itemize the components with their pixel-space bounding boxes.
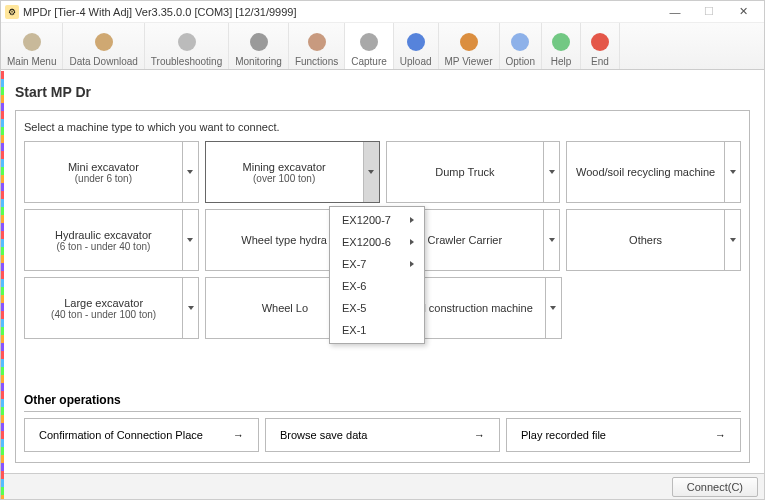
toolbar-label: Upload xyxy=(400,56,432,67)
toolbar-label: Option xyxy=(506,56,535,67)
troubleshooting-icon xyxy=(174,29,200,55)
toolbar-label: Functions xyxy=(295,56,338,67)
toolbar-help[interactable]: Help xyxy=(542,23,581,69)
app-icon: ⚙ xyxy=(5,5,19,19)
dropdown-item[interactable]: EX1200-6 xyxy=(330,231,424,253)
toolbar-label: Monitoring xyxy=(235,56,282,67)
svg-point-4 xyxy=(308,33,326,51)
machine-tile-label: Hydraulic excavator(6 ton - under 40 ton… xyxy=(25,210,182,270)
machine-tile-dropdown[interactable] xyxy=(363,142,379,202)
chevron-down-icon xyxy=(187,170,193,174)
dropdown-item[interactable]: EX-6 xyxy=(330,275,424,297)
toolbar-end[interactable]: End xyxy=(581,23,620,69)
machine-tile[interactable]: Wood/soil recycling machine xyxy=(566,141,741,203)
chevron-down-icon xyxy=(730,170,736,174)
dropdown-item-label: EX-7 xyxy=(342,258,366,270)
svg-point-1 xyxy=(95,33,113,51)
machine-tile[interactable]: Others xyxy=(566,209,741,271)
minimize-button[interactable]: — xyxy=(658,2,692,22)
toolbar-data-download[interactable]: Data Download xyxy=(63,23,144,69)
dropdown-item-label: EX-5 xyxy=(342,302,366,314)
chevron-down-icon xyxy=(550,306,556,310)
toolbar-capture[interactable]: Capture xyxy=(345,23,394,69)
other-ops-row: Confirmation of Connection Place→Browse … xyxy=(24,418,741,452)
toolbar-label: MP Viewer xyxy=(445,56,493,67)
op-tile[interactable]: Browse save data→ xyxy=(265,418,500,452)
toolbar-label: Troubleshooting xyxy=(151,56,222,67)
chevron-down-icon xyxy=(188,306,194,310)
svg-point-7 xyxy=(460,33,478,51)
toolbar-label: Capture xyxy=(351,56,387,67)
machine-tile-dropdown[interactable] xyxy=(724,142,740,202)
dropdown-item-label: EX1200-7 xyxy=(342,214,391,226)
machine-tile[interactable]: Dump Truck xyxy=(386,141,561,203)
machine-tile-label: Mini excavator(under 6 ton) xyxy=(25,142,182,202)
functions-icon xyxy=(304,29,330,55)
op-label: Play recorded file xyxy=(521,429,606,441)
svg-point-9 xyxy=(552,33,570,51)
machine-tile-dropdown[interactable] xyxy=(182,210,198,270)
titlebar: ⚙ MPDr [Tier-4 With Adj] Ver3.35.0.0 [CO… xyxy=(1,1,764,23)
prompt-text: Select a machine type to which you want … xyxy=(24,121,741,133)
chevron-right-icon xyxy=(410,217,414,223)
chevron-down-icon xyxy=(549,238,555,242)
machine-tile-label: Mining excavator(over 100 ton) xyxy=(206,142,363,202)
machine-tile-dropdown[interactable] xyxy=(182,142,198,202)
machine-tile-dropdown[interactable] xyxy=(182,278,198,338)
dropdown-item[interactable]: EX1200-7 xyxy=(330,209,424,231)
toolbar-troubleshooting[interactable]: Troubleshooting xyxy=(145,23,229,69)
mp-viewer-icon xyxy=(456,29,482,55)
machine-tile[interactable]: Mining excavator(over 100 ton) xyxy=(205,141,380,203)
machine-tile-dropdown[interactable] xyxy=(543,210,559,270)
arrow-right-icon: → xyxy=(715,429,726,441)
window-title: MPDr [Tier-4 With Adj] Ver3.35.0.0 [COM3… xyxy=(23,6,658,18)
toolbar-option[interactable]: Option xyxy=(500,23,542,69)
toolbar-functions[interactable]: Functions xyxy=(289,23,345,69)
toolbar-upload[interactable]: Upload xyxy=(394,23,439,69)
chevron-right-icon xyxy=(410,239,414,245)
machine-tile-dropdown[interactable] xyxy=(543,142,559,202)
option-icon xyxy=(507,29,533,55)
statusbar: Connect(C) xyxy=(1,473,764,499)
svg-point-0 xyxy=(23,33,41,51)
svg-point-3 xyxy=(250,33,268,51)
help-icon xyxy=(548,29,574,55)
other-ops-heading: Other operations xyxy=(24,393,741,412)
machine-tile[interactable]: Mini excavator(under 6 ton) xyxy=(24,141,199,203)
chevron-down-icon xyxy=(549,170,555,174)
machine-tile[interactable]: Hydraulic excavator(6 ton - under 40 ton… xyxy=(24,209,199,271)
toolbar: Main MenuData DownloadTroubleshootingMon… xyxy=(1,23,764,70)
machine-tile-dropdown[interactable] xyxy=(724,210,740,270)
machine-tile-label: Large excavator(40 ton - under 100 ton) xyxy=(25,278,182,338)
op-tile[interactable]: Play recorded file→ xyxy=(506,418,741,452)
toolbar-main-menu[interactable]: Main Menu xyxy=(1,23,63,69)
machine-tile-dropdown[interactable] xyxy=(545,278,561,338)
svg-point-8 xyxy=(511,33,529,51)
dropdown-item[interactable]: EX-5 xyxy=(330,297,424,319)
upload-icon xyxy=(403,29,429,55)
machine-grid: Mini excavator(under 6 ton)Mining excava… xyxy=(24,141,741,345)
close-button[interactable]: ✕ xyxy=(726,2,760,22)
dropdown-item[interactable]: EX-7 xyxy=(330,253,424,275)
machine-tile-label: Dump Truck xyxy=(387,142,544,202)
op-tile[interactable]: Confirmation of Connection Place→ xyxy=(24,418,259,452)
chevron-down-icon xyxy=(368,170,374,174)
machine-tile-label: Others xyxy=(567,210,724,270)
end-icon xyxy=(587,29,613,55)
chevron-down-icon xyxy=(187,238,193,242)
monitoring-icon xyxy=(246,29,272,55)
connect-button[interactable]: Connect(C) xyxy=(672,477,758,497)
dropdown-item[interactable]: EX-1 xyxy=(330,319,424,341)
toolbar-monitoring[interactable]: Monitoring xyxy=(229,23,289,69)
dropdown-item-label: EX1200-6 xyxy=(342,236,391,248)
toolbar-mp-viewer[interactable]: MP Viewer xyxy=(439,23,500,69)
capture-icon xyxy=(356,29,382,55)
dropdown-item-label: EX-1 xyxy=(342,324,366,336)
page-title: Start MP Dr xyxy=(15,84,750,100)
data-download-icon xyxy=(91,29,117,55)
svg-point-6 xyxy=(407,33,425,51)
svg-point-10 xyxy=(591,33,609,51)
machine-tile[interactable]: Large excavator(40 ton - under 100 ton) xyxy=(24,277,199,339)
toolbar-label: Help xyxy=(551,56,572,67)
chevron-down-icon xyxy=(730,238,736,242)
